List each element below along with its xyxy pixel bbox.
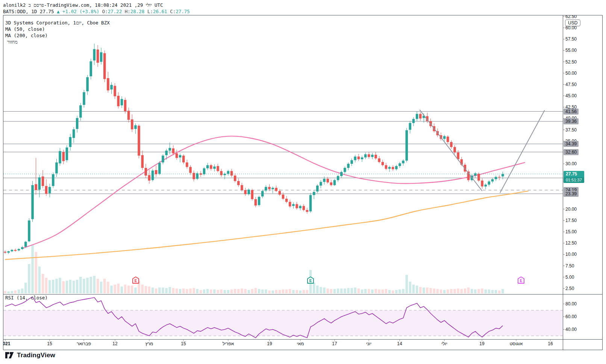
volume-bar	[66, 281, 68, 293]
level-price-badge: 39.36	[564, 118, 579, 124]
volume-bar	[457, 288, 459, 293]
candle-body	[258, 197, 261, 205]
candle-body	[241, 185, 243, 190]
tradingview-logo[interactable]: TradingView	[5, 352, 55, 359]
candle-body	[447, 137, 449, 142]
volume-bar	[152, 287, 154, 293]
time-tick-label: מאי	[283, 341, 317, 346]
volume-bar	[224, 290, 226, 293]
legend-rsi[interactable]: RSI (14, close)	[5, 295, 48, 301]
candle-body	[213, 166, 216, 169]
volume-bar	[114, 285, 116, 293]
candle-body	[230, 171, 233, 175]
volume-bar	[155, 288, 158, 293]
time-tick-label: 15	[33, 341, 67, 346]
trend-line-drawing[interactable]	[420, 110, 482, 191]
price-axis[interactable]: USD 27.75 01:51:37 62.5060.0057.5055.005…	[563, 15, 606, 350]
candle-body	[498, 177, 501, 177]
candle-body	[152, 171, 154, 180]
volume-bar	[52, 280, 55, 293]
symbol-info-line: BATS:DDD, 1D 27.75 ▲ +1.02 (+3.8%) O:27.…	[3, 9, 190, 14]
volume-bar	[7, 292, 10, 293]
candle-body	[24, 242, 27, 247]
volume-bar	[447, 290, 449, 293]
volume-bar	[333, 289, 336, 293]
candle-body	[38, 177, 41, 190]
ma50-line[interactable]	[22, 136, 525, 248]
candle-body	[28, 221, 30, 242]
time-tick-label: אפריל	[211, 341, 245, 346]
price-tick-label: 12.50	[565, 240, 577, 246]
volume-bar	[429, 288, 432, 293]
candle-body	[69, 137, 72, 147]
volume-bar	[103, 279, 106, 293]
tradingview-logo-text: TradingView	[17, 352, 55, 359]
candle-body	[285, 199, 288, 202]
earnings-marker[interactable]: E	[133, 277, 139, 283]
svg-text:E: E	[135, 279, 137, 283]
candle-body	[31, 185, 34, 219]
volume-bar	[258, 289, 261, 293]
time-axis[interactable]: 202115פברואר12מרץ15אפריל19מאי17יוני14יול…	[3, 340, 563, 350]
close-value: 27.75	[176, 9, 190, 14]
candle-body	[45, 186, 48, 194]
trend-line-drawing[interactable]	[500, 110, 545, 193]
volume-bar	[83, 279, 85, 293]
candle-body	[477, 174, 480, 181]
legend-ma200[interactable]: MA (200, close)	[5, 33, 48, 38]
level-price-badge: 23.39	[564, 191, 579, 197]
rsi-tick-label: 40.00	[565, 326, 577, 332]
ma200-line[interactable]	[5, 191, 529, 259]
candle-body	[491, 179, 494, 181]
volume-bar	[186, 289, 188, 293]
legend-volume[interactable]: מחזור	[5, 39, 18, 45]
candle-body	[134, 125, 137, 129]
volume-bar	[14, 290, 17, 293]
volume-bar	[285, 290, 288, 293]
direction-arrow-icon: ▲	[57, 9, 60, 14]
volume-bar	[350, 288, 353, 293]
candle-body	[364, 154, 367, 157]
time-tick-label: יוני	[352, 341, 386, 346]
volume-bar	[24, 282, 27, 293]
price-tick-label: 15.00	[565, 229, 577, 235]
volume-bar	[501, 289, 504, 293]
earnings-marker[interactable]: E	[308, 277, 314, 283]
high-label: H:	[125, 9, 130, 14]
candle-body	[382, 162, 384, 165]
volume-bar	[426, 287, 429, 293]
legend-symbol-title[interactable]: 3D Systems Corporation, 1יום, Cboe BZX	[5, 20, 110, 26]
price-tick-label: 20.00	[565, 206, 577, 212]
time-tick-label: 14	[383, 341, 417, 346]
price-pane[interactable]: EEE	[3, 44, 563, 293]
candle-body	[295, 204, 298, 208]
rsi-pane[interactable]	[3, 297, 563, 338]
chart-canvas[interactable]: EEE	[0, 0, 606, 364]
volume-bar	[306, 290, 309, 293]
candle-body	[220, 171, 223, 175]
candle-body	[217, 166, 219, 171]
candle-body	[416, 114, 418, 119]
candlestick-series	[4, 44, 504, 254]
volume-bar	[299, 290, 301, 293]
price-tick-label: 52.50	[565, 59, 577, 65]
volume-bar	[416, 285, 418, 293]
volume-bar	[179, 289, 182, 293]
legend-ma50[interactable]: MA (50, close)	[5, 26, 45, 32]
price-tick-label: 10.00	[565, 251, 577, 257]
candle-body	[395, 166, 398, 169]
time-tick-label: 2021	[3, 341, 22, 346]
volume-bar	[374, 289, 377, 293]
volume-bar	[467, 287, 470, 293]
volume-bar	[217, 290, 219, 293]
candle-body	[86, 77, 89, 91]
earnings-marker[interactable]: E	[518, 277, 524, 283]
candle-body	[21, 247, 24, 249]
candle-body	[14, 250, 17, 251]
volume-bar	[385, 289, 387, 293]
candle-body	[206, 165, 209, 168]
volume-bar	[303, 290, 305, 293]
price-tick-label: 62.50	[565, 15, 577, 20]
price-change: +1.02 (+3.8%)	[62, 9, 99, 14]
volume-bar	[79, 277, 82, 293]
